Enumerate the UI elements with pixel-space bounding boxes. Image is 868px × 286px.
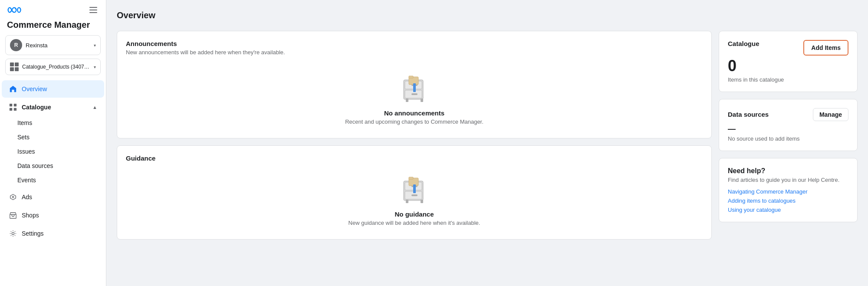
announcements-subtitle: New announcements will be added here whe…: [126, 49, 703, 56]
svg-rect-28: [406, 200, 408, 203]
guidance-title: Guidance: [126, 155, 703, 162]
catalogue-name: Catalogue_Products (34078...: [22, 64, 90, 70]
svg-rect-17: [406, 99, 408, 102]
sidebar-label-ads: Ads: [22, 194, 32, 201]
right-column: Catalogue Add Items 0 Items in this cata…: [719, 31, 858, 276]
catalogue-section-label: Catalogue: [22, 104, 51, 111]
meta-logo: [7, 6, 23, 14]
sidebar-item-shops[interactable]: Shops: [2, 207, 104, 224]
guidance-empty-icon: [397, 172, 432, 207]
sidebar-item-events[interactable]: Events: [10, 173, 102, 187]
catalogue-card-top: Catalogue Add Items: [728, 40, 848, 56]
avatar: R: [10, 39, 22, 51]
guidance-empty-desc: New guidance will be added here when it'…: [349, 220, 480, 226]
data-sources-card: Data sources Manage — No source used to …: [719, 99, 858, 151]
guidance-empty-title: No guidance: [395, 210, 434, 218]
catalogue-selector[interactable]: Catalogue_Products (34078... ▾: [5, 59, 101, 75]
sidebar-item-issues[interactable]: Issues: [10, 145, 102, 158]
file-cabinet-svg: [397, 71, 432, 106]
svg-rect-24: [411, 194, 418, 196]
sidebar-item-ads[interactable]: Ads: [2, 188, 104, 206]
data-sources-no-source: No source used to add items: [728, 135, 848, 142]
main-content: Overview Announcements New announcements…: [106, 0, 868, 286]
need-help-card: Need help? Find articles to guide you in…: [719, 158, 858, 222]
sidebar-item-items[interactable]: Items: [10, 116, 102, 130]
sidebar: Commerce Manager R Rexinsta ▾ Catalogue_…: [0, 0, 106, 286]
grid-icon: [10, 62, 19, 71]
data-sources-dash: —: [728, 125, 848, 134]
add-items-button[interactable]: Add Items: [803, 40, 848, 56]
data-sources-title: Data sources: [728, 111, 769, 118]
svg-rect-26: [409, 177, 413, 179]
svg-point-0: [17, 8, 20, 13]
sidebar-item-data-sources[interactable]: Data sources: [10, 159, 102, 173]
sidebar-item-overview[interactable]: Overview: [2, 80, 104, 98]
svg-rect-15: [409, 76, 413, 78]
settings-icon: [9, 229, 17, 238]
home-icon: [9, 85, 17, 93]
guidance-cabinet-svg: [397, 172, 432, 207]
meta-logo-icon: [7, 6, 23, 14]
help-link-using[interactable]: Using your catalogue: [728, 207, 848, 213]
svg-rect-2: [14, 104, 16, 106]
svg-rect-4: [14, 108, 16, 111]
sidebar-item-sets[interactable]: Sets: [10, 130, 102, 144]
catalogue-count: 0: [728, 57, 848, 75]
sidebar-section-catalogue: Catalogue ▲ Items Sets Issues Data sourc…: [2, 99, 104, 187]
catalogue-widget-card: Catalogue Add Items 0 Items in this cata…: [719, 31, 858, 92]
sidebar-label-shops: Shops: [22, 212, 39, 219]
catalogue-section-header[interactable]: Catalogue ▲: [2, 99, 104, 116]
sidebar-label-overview: Overview: [22, 85, 47, 92]
page-title: Overview: [117, 10, 858, 20]
catalogue-widget-title: Catalogue: [728, 40, 760, 47]
svg-rect-18: [421, 99, 423, 102]
sidebar-item-settings[interactable]: Settings: [2, 225, 104, 242]
guidance-empty-state: No guidance New guidance will be added h…: [126, 164, 703, 230]
svg-rect-3: [10, 108, 12, 111]
content-grid: Announcements New announcements will be …: [117, 31, 858, 276]
svg-rect-16: [413, 83, 416, 92]
account-selector[interactable]: R Rexinsta ▾: [5, 35, 101, 55]
announcements-card: Announcements New announcements will be …: [117, 31, 712, 138]
chevron-down-icon: ▾: [94, 65, 96, 69]
guidance-card: Guidance: [117, 145, 712, 240]
sidebar-header: [0, 0, 106, 20]
catalogue-items-label: Items in this catalogue: [728, 76, 848, 83]
help-links: Navigating Commerce Manager Adding items…: [728, 188, 848, 213]
svg-rect-13: [411, 93, 418, 95]
shops-icon: [9, 211, 17, 220]
hamburger-menu[interactable]: [88, 5, 99, 15]
help-link-adding[interactable]: Adding items to catalogues: [728, 197, 848, 204]
svg-rect-27: [413, 184, 416, 193]
catalogue-section-icon: [9, 103, 17, 112]
announcements-empty-title: No announcements: [384, 109, 444, 117]
announcements-empty-desc: Recent and upcoming changes to Commerce …: [345, 118, 483, 125]
announcements-title: Announcements: [126, 40, 703, 47]
help-link-navigating[interactable]: Navigating Commerce Manager: [728, 188, 848, 195]
sidebar-label-settings: Settings: [22, 230, 44, 237]
ads-icon: [9, 193, 17, 201]
svg-rect-1: [10, 104, 12, 106]
announcements-empty-state: No announcements Recent and upcoming cha…: [126, 62, 703, 129]
app-title: Commerce Manager: [0, 20, 106, 35]
svg-point-7: [12, 232, 14, 234]
chevron-down-icon: ▾: [94, 43, 96, 48]
account-name: Rexinsta: [26, 42, 90, 49]
content-area: Overview Announcements New announcements…: [106, 0, 868, 286]
help-desc: Find articles to guide you in our Help C…: [728, 177, 848, 183]
data-sources-top: Data sources Manage: [728, 108, 848, 121]
left-column: Announcements New announcements will be …: [117, 31, 712, 276]
svg-rect-29: [421, 200, 423, 203]
catalogue-sub-items: Items Sets Issues Data sources Events: [2, 116, 104, 187]
svg-point-5: [12, 196, 14, 198]
manage-button[interactable]: Manage: [813, 108, 848, 121]
chevron-up-icon: ▲: [92, 105, 97, 110]
announcements-empty-icon: [397, 71, 432, 106]
help-title: Need help?: [728, 167, 848, 175]
